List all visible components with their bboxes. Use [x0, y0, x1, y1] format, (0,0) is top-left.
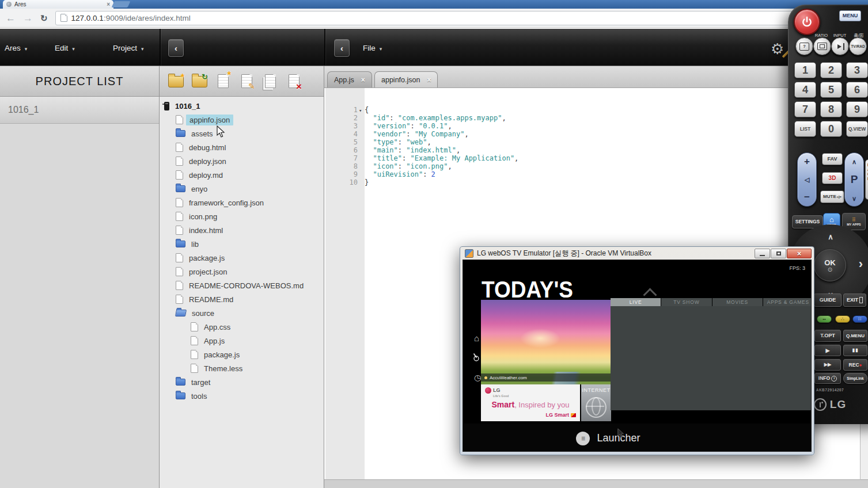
channel-down-icon[interactable]	[852, 193, 856, 203]
browser-tab[interactable]: Ares	[3, 0, 113, 9]
fast-forward-button[interactable]	[814, 359, 841, 371]
dpad-right-icon[interactable]	[859, 257, 863, 272]
blue-color-button[interactable]	[852, 315, 867, 323]
home-icon[interactable]: ⌂	[474, 333, 479, 343]
close-button[interactable]	[787, 249, 812, 258]
close-icon[interactable]	[427, 76, 431, 84]
tree-item-deploy.md[interactable]: deploy.md	[164, 168, 323, 182]
mute-button[interactable]: MUTE◁×	[820, 190, 844, 203]
tree-item-tools[interactable]: tools	[164, 389, 323, 403]
tree-item-README-CORDOVA-WEBOS.md[interactable]: README-CORDOVA-WEBOS.md	[164, 279, 323, 292]
minimize-button[interactable]	[755, 249, 770, 258]
menu-ares[interactable]: Ares	[5, 44, 27, 52]
remote-key-7[interactable]: 7	[794, 101, 816, 117]
remote-key-LIST[interactable]: LIST	[794, 121, 816, 137]
remote-key-Q.VIEW[interactable]: Q.VIEW	[846, 121, 868, 137]
simplink-button[interactable]: SimpLink	[843, 373, 867, 384]
tree-item-framework_config.json[interactable]: framework_config.json	[164, 196, 323, 209]
tree-item-target[interactable]: target	[164, 375, 323, 389]
volume-down-icon[interactable]	[804, 192, 810, 203]
input-button[interactable]	[831, 37, 849, 55]
close-icon[interactable]	[361, 76, 365, 84]
remote-key-0[interactable]: 0	[820, 121, 842, 137]
reload-icon[interactable]	[40, 14, 48, 22]
tree-item-project.json[interactable]: project.json	[164, 265, 323, 279]
tv-tab-movies[interactable]: MOVIES	[712, 298, 763, 306]
remote-key-8[interactable]: 8	[820, 101, 842, 117]
remote-key-6[interactable]: 6	[846, 82, 868, 98]
ok-button[interactable]: OK	[814, 249, 846, 281]
tree-item-App.js[interactable]: App.js	[164, 334, 323, 348]
edit-file-button[interactable]	[239, 74, 255, 89]
channel-rocker[interactable]: P	[844, 152, 864, 207]
settings-gear-button[interactable]: ⚙	[771, 40, 789, 59]
tree-item-deploy.json[interactable]: deploy.json	[164, 154, 323, 168]
tv-tab-apps-games[interactable]: APPS & GAMES	[763, 298, 812, 306]
menu-file[interactable]: File	[363, 44, 382, 52]
url-bar[interactable]: 127.0.0.1 :9009/ide/ares/index.html	[55, 11, 863, 25]
tree-item-debug.html[interactable]: debug.html	[164, 140, 323, 154]
remote-key-5[interactable]: 5	[820, 82, 842, 98]
copy-file-button[interactable]	[263, 74, 279, 89]
restore-button[interactable]	[771, 249, 786, 258]
refresh-folder-button[interactable]	[192, 74, 208, 89]
remote-key-4[interactable]: 4	[794, 82, 816, 98]
fav-button[interactable]: FAV	[822, 153, 843, 165]
tree-item-assets[interactable]: assets	[164, 127, 323, 140]
tv-tab-tv-show[interactable]: TV SHOW	[661, 298, 711, 306]
volume-up-icon[interactable]	[804, 156, 810, 167]
delete-file-button[interactable]	[286, 74, 302, 89]
new-file-button[interactable]	[215, 74, 232, 89]
open-folder-button[interactable]	[168, 74, 184, 89]
back-icon[interactable]	[6, 13, 16, 23]
remote-key-3[interactable]: 3	[846, 62, 868, 78]
page-side-key[interactable]: P A G E	[865, 159, 868, 200]
tree-item-App.css[interactable]: App.css	[164, 320, 323, 334]
new-tab-button[interactable]	[112, 1, 131, 7]
tree-item-README.md[interactable]: README.md	[164, 292, 323, 306]
tree-item-package.js[interactable]: package.js	[164, 348, 323, 361]
pause-button[interactable]	[843, 345, 867, 356]
collapse-editor-panel-button[interactable]	[334, 39, 350, 57]
green-color-button[interactable]	[817, 315, 832, 323]
remote-key-1[interactable]: 1	[794, 62, 816, 78]
tree-item-appinfo.json[interactable]: appinfo.json	[164, 113, 323, 127]
guide-book-button[interactable]: ?	[795, 37, 813, 55]
project-list-item[interactable]: 1016_1	[0, 97, 159, 124]
power-button[interactable]	[794, 9, 820, 35]
forward-icon[interactable]	[23, 13, 33, 23]
tree-item-index.html[interactable]: index.html	[164, 223, 323, 237]
close-icon[interactable]	[107, 2, 110, 7]
accuweather-bar[interactable]: AccuWeather.com	[481, 373, 611, 382]
launcher-bar[interactable]: Launcher	[463, 424, 811, 452]
collapse-tree-panel-button[interactable]	[168, 39, 184, 57]
tree-item-package.js[interactable]: package.js	[164, 251, 323, 265]
3d-button[interactable]: 3D	[822, 172, 843, 184]
tree-item-lib[interactable]: lib	[164, 237, 323, 251]
internet-app-card[interactable]: INTERNET	[581, 384, 611, 421]
yellow-color-button[interactable]	[835, 315, 850, 323]
launcher-icon[interactable]	[576, 432, 590, 445]
editor-tab-appinfo.json[interactable]: appinfo.json	[374, 71, 438, 87]
tree-item-icon.png[interactable]: icon.png	[164, 209, 323, 223]
record-button[interactable]: REC●	[843, 359, 867, 371]
menu-edit[interactable]: Edit	[55, 44, 75, 52]
recent-clock-icon[interactable]: ◷	[474, 373, 481, 382]
guide-button[interactable]: GUIDE	[814, 293, 842, 307]
play-button[interactable]	[814, 345, 841, 356]
teletext-options-button[interactable]: T.OPT	[814, 330, 841, 342]
featured-image[interactable]: AccuWeather.com	[481, 300, 611, 384]
dpad-up-icon[interactable]	[789, 232, 868, 241]
window-title-bar[interactable]: LG webOS TV Emulator [실행 중] - Oracle VM …	[460, 247, 814, 260]
tree-item-Theme.less[interactable]: Theme.less	[164, 361, 323, 375]
menu-button[interactable]: MENU	[839, 10, 861, 21]
tree-item-source[interactable]: source	[164, 306, 323, 320]
volume-rocker[interactable]	[797, 152, 817, 207]
fold-icon[interactable]	[359, 106, 362, 115]
editor-tab-App.js[interactable]: App.js	[327, 71, 372, 87]
remote-key-2[interactable]: 2	[820, 62, 842, 78]
tv-rad-button[interactable]: TV/RAD	[849, 37, 867, 55]
tv-tab-live[interactable]: LIVE	[611, 298, 661, 306]
menu-project[interactable]: Project	[113, 44, 144, 52]
channel-up-icon[interactable]	[852, 156, 856, 166]
